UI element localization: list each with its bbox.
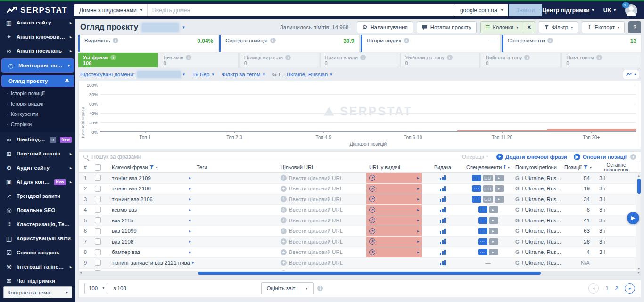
column-header-6[interactable]: Видача	[422, 162, 463, 172]
serp-snapshot-cell[interactable]	[422, 205, 463, 215]
column-header-10[interactable]: Останнє оновлення	[596, 162, 636, 172]
more-badge[interactable]: ···	[478, 206, 487, 213]
page-2[interactable]: 2	[615, 286, 618, 291]
sidebar-subitem-2[interactable]: ·Історія видачі	[0, 98, 75, 109]
chart-type-toggle[interactable]: ▴	[623, 70, 639, 79]
sidebar-item-secondary-3[interactable]: ▣AI для контентуNew▸	[0, 175, 75, 189]
external-link-icon[interactable]: ↗	[369, 207, 375, 213]
sidebar-item-secondary-7[interactable]: ◫Користувацькі звіти	[0, 231, 75, 245]
serp-snapshot-cell[interactable]	[422, 184, 463, 194]
tab-6[interactable]: Поза топомi0	[561, 53, 641, 67]
column-header-7[interactable]: Спецелементи▾	[463, 162, 512, 172]
target-url-cell[interactable]: +Ввести цільовий URL	[278, 247, 366, 258]
video-badge[interactable]: ▸	[495, 196, 504, 203]
bar-chart-icon[interactable]	[440, 186, 446, 191]
serp-snapshot-cell[interactable]	[422, 226, 463, 237]
next-page-button[interactable]: ▸	[625, 283, 635, 294]
target-url-cell[interactable]: +Ввести цільовий URL	[278, 205, 366, 215]
column-header-3[interactable]: Теги	[194, 162, 278, 172]
sidebar-item-secondary-10[interactable]: ✉Чат підтримки	[0, 274, 75, 288]
bar-chart-icon[interactable]	[440, 260, 446, 265]
chevron-down-icon[interactable]: ▾	[182, 25, 185, 30]
tab-1[interactable]: Без змінi0	[159, 53, 239, 67]
serp-snapshot-cell[interactable]	[422, 215, 463, 226]
project-name-redacted[interactable]	[142, 23, 179, 32]
chevron-right-icon[interactable]: ▸	[417, 250, 419, 254]
prev-page-button[interactable]: ◂	[588, 283, 599, 294]
bar-chart-icon[interactable]	[440, 196, 446, 202]
search-engine-select[interactable]: google.com.ua ▾	[455, 4, 508, 16]
tag-filter-select[interactable]: Фільтр за тегом ▾	[222, 72, 265, 77]
rate-report-button[interactable]: Оцініть звіт	[262, 286, 300, 291]
serp-url-cell[interactable]: ↗▸	[366, 237, 422, 247]
scroll-right-arrow-icon[interactable]: ▸	[638, 270, 640, 275]
keyword-phrase-cell[interactable]: ваз 21099▸	[109, 226, 194, 237]
serpstat-logo[interactable]: SERPSTAT	[0, 6, 73, 15]
row-checkbox[interactable]	[95, 238, 101, 245]
chevron-right-icon[interactable]: ▸	[417, 218, 419, 222]
serp-snapshot-cell[interactable]	[422, 247, 463, 258]
video-badge[interactable]: ▸	[489, 238, 498, 245]
scroll-down-arrow-icon[interactable]: ▼	[636, 267, 641, 270]
page-size-select[interactable]: 100 ▾	[84, 283, 108, 294]
sidebar-item-secondary-6[interactable]: ⠿Кластеризація, Текстова ...	[0, 217, 75, 231]
language-menu[interactable]: UK ▾	[603, 7, 616, 14]
chevron-right-icon[interactable]: ▸	[417, 176, 419, 180]
bar-chart-icon[interactable]	[440, 207, 446, 212]
sidebar-subitem-0[interactable]: Огляд проєкту	[1, 75, 74, 87]
vertical-scroll-thumb[interactable]	[637, 179, 641, 194]
sidebar-item-secondary-4[interactable]: ↗Трендові запити	[0, 189, 75, 203]
filter-icon[interactable]	[149, 165, 154, 170]
pin-icon[interactable]	[65, 79, 69, 83]
search-button[interactable]: Знайти	[509, 4, 543, 16]
filter-icon[interactable]	[584, 165, 588, 170]
scroll-up-arrow-icon[interactable]: ▲	[636, 174, 641, 177]
horizontal-scroll-thumb[interactable]	[198, 272, 541, 275]
keyword-phrase-cell[interactable]: тюнинг ваз 2106▸	[109, 194, 194, 204]
bar-chart-icon[interactable]	[440, 229, 446, 234]
filter-button[interactable]: Фільтр ▾	[539, 21, 578, 33]
chevron-right-icon[interactable]: ▸	[189, 208, 191, 212]
serp-snapshot-cell[interactable]	[422, 173, 463, 183]
sidebar-item-primary-0[interactable]: ▥Аналіз сайту▸	[0, 19, 75, 30]
bar-chart-icon[interactable]	[440, 218, 446, 223]
tab-5[interactable]: Вийшли із топуi0	[481, 53, 561, 67]
help-button[interactable]: ?	[628, 21, 641, 33]
page-1[interactable]: 1	[605, 286, 608, 291]
column-header-9[interactable]: Позиції▾	[561, 162, 596, 172]
export-button[interactable]: ↥ Експорт ▾	[582, 21, 625, 33]
column-header-2[interactable]: Ключові фрази▾	[109, 162, 194, 172]
horizontal-scrollbar[interactable]: ◂ ▸	[79, 271, 641, 275]
serp-url-cell[interactable]	[366, 258, 422, 268]
serp-url-cell[interactable]: ↗▸	[366, 226, 422, 237]
video-badge[interactable]: ▸	[489, 217, 498, 224]
theme-select[interactable]: Контрастна тема ▾	[3, 286, 72, 298]
video-badge[interactable]: ▸	[495, 185, 504, 192]
bar-chart-icon[interactable]	[440, 239, 446, 244]
domain-scope-select[interactable]: Домен з піддоменами ▾	[74, 4, 148, 16]
row-checkbox[interactable]	[95, 217, 101, 223]
media-badge[interactable]: ◻◻	[483, 185, 493, 192]
more-badge[interactable]: ···	[478, 228, 487, 234]
target-url-cell[interactable]: +Ввести цільовий URL	[278, 226, 366, 237]
column-header-5[interactable]: URL у видачі	[366, 162, 422, 172]
target-url-cell[interactable]: +Ввести цільовий URL	[278, 258, 366, 268]
serp-url-cell[interactable]: ↗▸	[366, 247, 422, 258]
more-badge[interactable]: ···	[478, 249, 487, 255]
more-badge[interactable]: ···	[478, 217, 487, 224]
chevron-down-icon[interactable]: ▾	[156, 165, 157, 170]
sidebar-item-secondary-0[interactable]: ∞ЛінкбілдингnNew	[0, 132, 75, 147]
tab-4[interactable]: Увійшли до топуi0	[400, 53, 480, 67]
serp-url-cell[interactable]: ↗▸	[366, 173, 422, 183]
sidebar-subitem-1[interactable]: ·Історія позиції	[0, 88, 75, 98]
avatar[interactable]: 9+	[625, 4, 637, 16]
external-link-icon[interactable]: ↗	[369, 196, 375, 202]
chevron-right-icon[interactable]: ▸	[189, 176, 191, 180]
row-checkbox[interactable]	[95, 228, 101, 234]
add-keywords-button[interactable]: + Додати ключові фрази	[496, 154, 567, 160]
row-checkbox[interactable]	[95, 207, 101, 213]
serp-url-cell[interactable]: ↗▸	[366, 205, 422, 215]
external-link-icon[interactable]: ↗	[369, 217, 375, 223]
filter-icon[interactable]	[504, 165, 506, 170]
video-badge[interactable]: ▸	[489, 228, 498, 234]
